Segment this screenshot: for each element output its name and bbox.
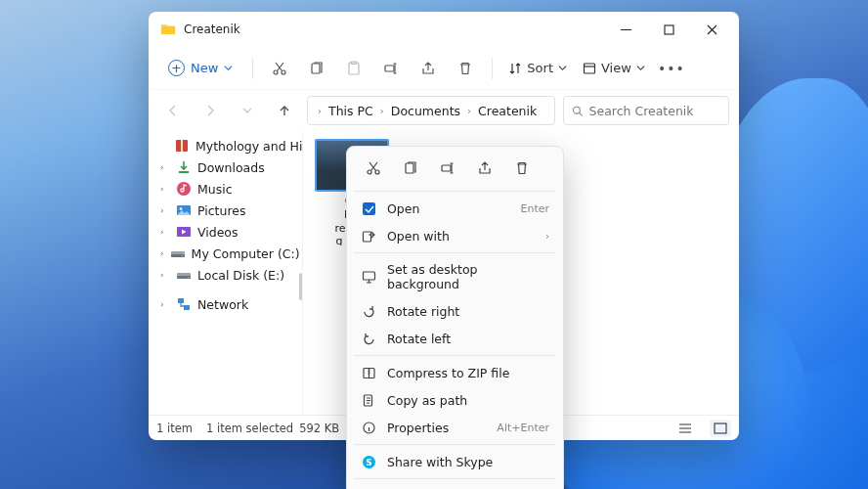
rename-button[interactable]	[432, 155, 463, 182]
ctx-label: Compress to ZIP file	[387, 366, 549, 380]
breadcrumb-segment[interactable]: Createnik	[475, 102, 540, 120]
separator	[252, 58, 253, 79]
forward-button[interactable]	[195, 96, 225, 125]
delete-button[interactable]	[449, 52, 482, 85]
sidebar-item-network[interactable]: › Network	[151, 293, 300, 315]
ctx-more-options[interactable]: Show more options Shift+F10	[352, 482, 558, 489]
address-bar-row: › This PC › Documents › Createnik	[149, 90, 739, 131]
copy-button[interactable]	[300, 52, 333, 85]
sidebar-item-drive-c[interactable]: › My Computer (C:)	[151, 243, 300, 264]
ctx-label: Properties	[387, 421, 486, 435]
ctx-label: Copy as path	[387, 393, 549, 408]
sidebar-item-pictures[interactable]: › Pictures	[151, 200, 300, 221]
cut-button[interactable]	[358, 155, 389, 182]
ctx-rotate-left[interactable]: Rotate left	[352, 325, 558, 352]
svg-point-25	[368, 170, 371, 174]
thumbnails-view-button[interactable]	[710, 420, 731, 437]
openwith-icon	[361, 228, 376, 244]
chevron-right-icon: ›	[545, 231, 549, 242]
ctx-share-skype[interactable]: S Share with Skype	[352, 448, 558, 475]
breadcrumb[interactable]: › This PC › Documents › Createnik	[307, 96, 555, 125]
ctx-label: Rotate right	[387, 304, 549, 319]
chevron-right-icon[interactable]: ›	[160, 227, 170, 237]
search-box[interactable]	[563, 96, 729, 125]
svg-rect-27	[406, 163, 413, 173]
ctx-label: Rotate left	[387, 332, 549, 346]
maximize-button[interactable]	[647, 15, 690, 44]
ctx-rotate-right[interactable]: Rotate right	[352, 297, 558, 325]
recent-dropdown[interactable]	[233, 96, 262, 125]
ctx-compress[interactable]: Compress to ZIP file	[352, 359, 558, 386]
breadcrumb-segment[interactable]: This PC	[326, 102, 376, 120]
pane-resize-handle[interactable]	[299, 273, 302, 300]
ctx-set-desktop[interactable]: Set as desktop background	[352, 256, 558, 297]
drive-icon	[170, 245, 186, 261]
paste-button[interactable]	[337, 52, 370, 85]
svg-rect-24	[715, 423, 726, 433]
chevron-right-icon[interactable]: ›	[160, 184, 170, 194]
cut-button[interactable]	[263, 52, 296, 85]
titlebar[interactable]: Createnik	[149, 12, 739, 47]
close-button[interactable]	[690, 15, 733, 44]
ctx-open-with[interactable]: Open with ›	[352, 222, 558, 249]
view-icon	[583, 62, 596, 75]
svg-rect-31	[363, 272, 374, 280]
view-button[interactable]: View	[577, 57, 651, 79]
sidebar-item-label: Videos	[197, 225, 239, 240]
sidebar-item-archive[interactable]: Mythology and History.z	[151, 135, 300, 156]
chevron-right-icon[interactable]: ›	[160, 299, 170, 309]
sidebar-item-downloads[interactable]: › Downloads	[151, 156, 300, 178]
svg-point-21	[188, 277, 190, 279]
delete-button[interactable]	[506, 155, 538, 182]
status-item-count: 1 item	[156, 422, 193, 435]
chevron-right-icon[interactable]: ›	[318, 106, 322, 116]
sort-label: Sort	[527, 61, 553, 75]
svg-rect-4	[312, 64, 320, 73]
chevron-right-icon[interactable]: ›	[380, 106, 384, 116]
ctx-copy-path[interactable]: Copy as path	[352, 386, 558, 414]
ctx-open[interactable]: Open Enter	[352, 195, 558, 222]
share-button[interactable]	[412, 52, 445, 85]
rename-button[interactable]	[374, 52, 408, 85]
sidebar-item-videos[interactable]: › Videos	[151, 221, 300, 243]
sidebar-item-label: Local Disk (E:)	[197, 268, 284, 283]
sidebar-item-label: Mythology and History.z	[195, 139, 303, 154]
breadcrumb-segment[interactable]: Documents	[388, 102, 463, 120]
folder-icon	[160, 22, 176, 37]
new-label: New	[191, 61, 218, 75]
new-button[interactable]: + New	[158, 56, 242, 80]
svg-text:S: S	[366, 457, 371, 467]
svg-rect-28	[442, 165, 451, 171]
chevron-right-icon[interactable]: ›	[160, 248, 164, 258]
sort-button[interactable]: Sort	[502, 57, 573, 79]
chevron-right-icon[interactable]: ›	[160, 162, 170, 172]
share-button[interactable]	[469, 155, 500, 182]
svg-rect-11	[181, 140, 183, 152]
zip-icon	[361, 365, 376, 380]
chevron-right-icon[interactable]: ›	[467, 106, 471, 116]
up-button[interactable]	[270, 96, 299, 125]
properties-icon	[361, 420, 376, 435]
sidebar-item-drive-e[interactable]: › Local Disk (E:)	[151, 264, 300, 286]
minimize-button[interactable]	[604, 15, 647, 44]
search-input[interactable]	[589, 104, 721, 118]
svg-rect-30	[363, 232, 370, 242]
ctx-label: Open	[387, 201, 509, 216]
view-label: View	[601, 61, 631, 75]
network-icon	[176, 296, 192, 312]
archive-icon	[174, 138, 190, 154]
back-button[interactable]	[158, 96, 188, 125]
more-button[interactable]: •••	[655, 52, 688, 85]
ctx-properties[interactable]: Properties Alt+Enter	[352, 414, 558, 441]
ctx-label: Set as desktop background	[387, 262, 549, 291]
details-view-button[interactable]	[674, 420, 696, 437]
svg-rect-1	[665, 25, 673, 34]
svg-point-14	[180, 207, 183, 210]
sidebar-item-music[interactable]: › Music	[151, 178, 300, 200]
window-title: Createnik	[184, 22, 604, 36]
copy-button[interactable]	[395, 155, 426, 182]
chevron-right-icon[interactable]: ›	[160, 205, 170, 215]
chevron-right-icon[interactable]: ›	[160, 270, 170, 280]
context-quick-actions	[352, 152, 558, 188]
plus-icon: +	[168, 60, 185, 76]
